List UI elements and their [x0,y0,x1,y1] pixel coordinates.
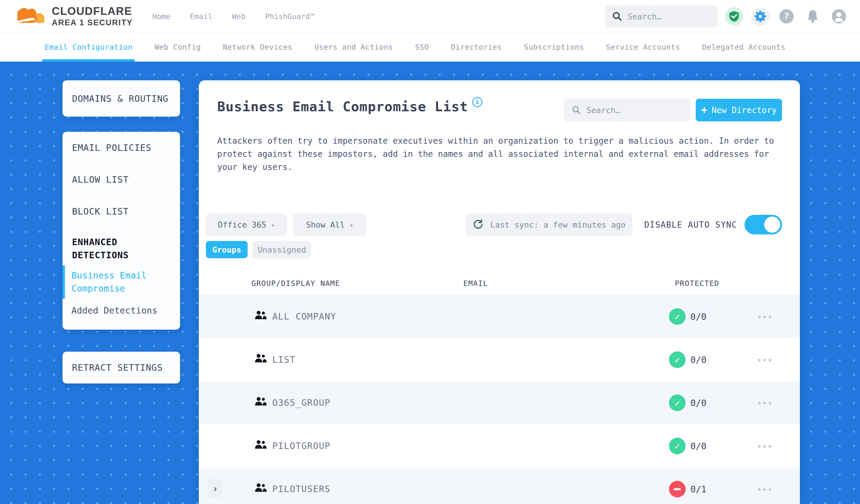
nav-email[interactable]: Email [190,12,212,21]
tab-directories[interactable]: Directories [451,33,502,61]
retract-settings-label: RETRACT SETTINGS [72,362,163,373]
disable-auto-sync-label: DISABLE AUTO SYNC [644,214,737,236]
account-button[interactable] [830,7,848,26]
row-actions-button[interactable] [758,445,771,448]
page-background: DOMAINS & ROUTING EMAIL POLICIES ALLOW L… [0,61,860,504]
group-name: LIST [272,354,296,365]
tab-sso[interactable]: SSO [415,33,429,61]
new-directory-button[interactable]: New Directory [696,99,782,121]
list-search-input[interactable]: Search… [564,99,690,121]
protected-count: 0/0 [690,312,706,322]
search-icon [572,105,581,115]
table-header: GROUP/DISPLAY NAME EMAIL PROTECTED [199,279,800,294]
group-name: O365_GROUP [272,398,331,408]
list-search-placeholder: Search… [587,106,620,115]
nav-phishguard[interactable]: PhishGuard™ [265,12,315,21]
show-filter-select[interactable]: Show All [293,214,366,236]
tab-delegated-accounts[interactable]: Delegated Accounts [702,33,785,61]
check-icon [675,355,680,365]
protected-count: 0/0 [690,398,706,408]
settings-button[interactable] [751,7,770,26]
user-avatar-icon [831,9,847,24]
group-name: ALL COMPANY [272,311,336,322]
group-icon [254,440,267,450]
email-policies-label: EMAIL POLICIES [72,143,152,153]
cloudflare-logo: CLOUDFLARE AREA 1 SECURITY [12,4,133,28]
protected-status-badge [669,308,686,325]
help-button[interactable]: ? [777,7,796,26]
sidebar-item-retract-settings[interactable]: RETRACT SETTINGS [62,352,180,384]
tab-web-config[interactable]: Web Config [155,33,201,61]
auto-sync-toggle[interactable] [745,215,782,234]
shield-check-icon [729,11,739,22]
table-row[interactable]: O365_GROUP 0/0 [199,381,800,424]
sidebar-item-business-email-compromise[interactable]: Business Email Compromise [62,265,180,299]
protected-status-badge [669,438,686,454]
group-icon [254,310,267,320]
sidebar-item-block-list[interactable]: BLOCK LIST [62,196,180,227]
logo-line1: CLOUDFLARE [52,6,133,17]
tab-users-and-actions[interactable]: Users and Actions [314,33,393,61]
group-icon [254,483,267,493]
allow-list-label: ALLOW LIST [72,174,129,185]
protected-count: 0/0 [690,355,706,365]
sidebar-item-email-policies[interactable]: EMAIL POLICIES [62,132,180,164]
row-actions-button[interactable] [758,316,771,318]
global-search-placeholder: Search… [628,12,661,21]
toggle-knob [764,217,780,233]
protected-count: 0/0 [690,441,706,451]
info-icon[interactable] [472,97,482,107]
view-tab-unassigned[interactable]: Unassigned [253,241,311,258]
page-title: Business Email Compromise List [217,99,468,115]
tab-email-configuration[interactable]: Email Configuration [45,33,132,61]
main-panel: Business Email Compromise List Search… N… [199,80,800,504]
view-tab-groups[interactable]: Groups [206,241,247,258]
check-icon [675,441,680,451]
top-header: CLOUDFLARE AREA 1 SECURITY Home Email We… [0,0,860,33]
sidebar-item-added-detections[interactable]: Added Detections [62,301,180,321]
logo-line2: AREA 1 SECURITY [52,18,133,27]
tab-network-devices[interactable]: Network Devices [223,33,292,61]
bell-icon [806,10,819,23]
table-row[interactable]: LIST 0/0 [199,338,800,381]
sidebar-policies-card: EMAIL POLICIES ALLOW LIST BLOCK LIST ENH… [62,132,180,330]
gear-icon [754,10,766,23]
nav-web[interactable]: Web [232,12,245,21]
question-icon: ? [779,9,794,24]
sidebar-item-allow-list[interactable]: ALLOW LIST [62,164,180,196]
divider [217,193,782,194]
chevron-down-icon [349,220,353,229]
notifications-button[interactable] [803,7,822,26]
table-row[interactable]: ALL COMPANY 0/0 [199,295,800,338]
row-actions-button[interactable] [758,402,771,405]
sidebar-item-domains-routing[interactable]: DOMAINS & ROUTING [62,80,180,117]
security-status-button[interactable] [725,7,743,26]
sidebar-heading-enhanced-detections: ENHANCED DETECTIONS [62,227,180,264]
row-actions-button[interactable] [758,359,771,361]
table-row[interactable]: PILOTUSERS 0/1 [199,467,800,504]
nav-home[interactable]: Home [152,12,170,21]
new-directory-label: New Directory [712,105,777,115]
group-icon [254,397,267,407]
show-filter-value: Show All [306,220,345,229]
protected-count: 0/1 [690,484,706,494]
row-actions-button[interactable] [758,488,771,491]
last-sync-status: Last sync: a few minutes ago [466,214,632,236]
directory-select[interactable]: Office 365 [206,214,287,236]
global-search-input[interactable]: Search… [605,5,717,27]
header-right: Search… ? [605,5,848,27]
expand-row-button[interactable] [207,479,223,498]
svg-text:?: ? [784,11,789,21]
tab-service-accounts[interactable]: Service Accounts [606,33,680,61]
section-tabs: Email Configuration Web Config Network D… [0,33,860,61]
tab-subscriptions[interactable]: Subscriptions [524,33,584,61]
refresh-icon[interactable] [472,219,484,231]
group-icon [254,354,267,363]
page-description: Attackers often try to impersonate execu… [217,134,786,174]
primary-nav: Home Email Web PhishGuard™ [152,12,314,21]
table-row[interactable]: PILOTGROUP 0/0 [199,424,800,467]
last-sync-label: Last sync: a few minutes ago [490,220,626,229]
plus-icon [701,105,708,116]
check-icon [675,312,680,322]
group-table: ALL COMPANY 0/0 LIST 0/0 [199,295,800,504]
